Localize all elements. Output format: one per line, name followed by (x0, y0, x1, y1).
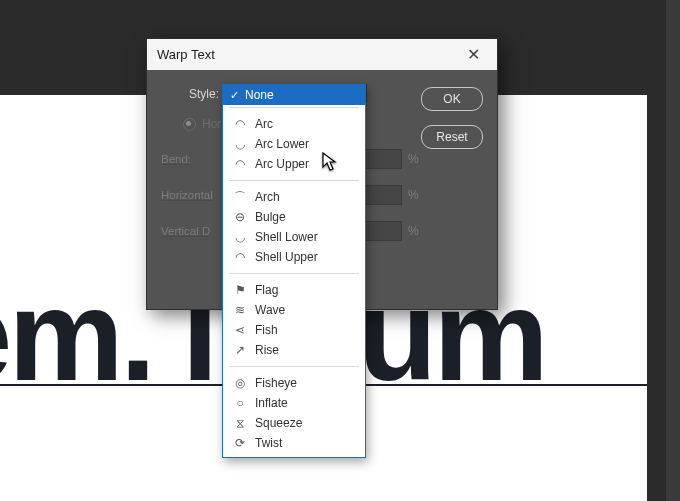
warp-icon: ⊖ (233, 210, 247, 224)
scrollbar-vertical[interactable] (666, 0, 680, 501)
dropdown-item-label: Flag (255, 283, 278, 297)
ok-label: OK (443, 92, 460, 106)
pct-label: % (408, 188, 419, 202)
dropdown-group: ⌒Arch ⊖Bulge ◡Shell Lower ◠Shell Upper (223, 183, 365, 271)
warp-icon: ◎ (233, 376, 247, 390)
dropdown-item-label: Inflate (255, 396, 288, 410)
reset-label: Reset (436, 130, 467, 144)
dropdown-group: ⚑Flag ≋Wave ⋖Fish ↗Rise (223, 276, 365, 364)
dropdown-item-shell-upper[interactable]: ◠Shell Upper (223, 247, 365, 267)
dropdown-separator (229, 366, 359, 367)
dropdown-item-arc[interactable]: ◠Arc (223, 114, 365, 134)
dropdown-item-arc-lower[interactable]: ◡Arc Lower (223, 134, 365, 154)
dropdown-item-wave[interactable]: ≋Wave (223, 300, 365, 320)
dropdown-item-shell-lower[interactable]: ◡Shell Lower (223, 227, 365, 247)
dropdown-item-label: Shell Lower (255, 230, 318, 244)
dropdown-item-flag[interactable]: ⚑Flag (223, 280, 365, 300)
dropdown-item-label: Bulge (255, 210, 286, 224)
dropdown-item-label: Fisheye (255, 376, 297, 390)
style-dropdown[interactable]: None ◠Arc ◡Arc Lower ◠Arc Upper ⌒Arch ⊖B… (222, 84, 366, 458)
dropdown-item-arc-upper[interactable]: ◠Arc Upper (223, 154, 365, 174)
warp-icon: ≋ (233, 303, 247, 317)
dropdown-item-rise[interactable]: ↗Rise (223, 340, 365, 360)
ok-button[interactable]: OK (421, 87, 483, 111)
pct-label: % (408, 224, 419, 238)
dropdown-item-squeeze[interactable]: ⧖Squeeze (223, 413, 365, 433)
warp-icon: ⌒ (233, 189, 247, 206)
dropdown-separator (229, 107, 359, 108)
warp-icon: ⋖ (233, 323, 247, 337)
dropdown-item-none[interactable]: None (223, 85, 365, 105)
reset-button[interactable]: Reset (421, 125, 483, 149)
warp-icon: ⚑ (233, 283, 247, 297)
warp-icon: ⟳ (233, 436, 247, 450)
dropdown-item-label: Twist (255, 436, 282, 450)
dropdown-item-label: Arc Upper (255, 157, 309, 171)
warp-icon: ◠ (233, 157, 247, 171)
dialog-title: Warp Text (157, 47, 215, 62)
dialog-titlebar[interactable]: Warp Text ✕ (147, 39, 497, 70)
dropdown-item-inflate[interactable]: ○Inflate (223, 393, 365, 413)
vdist-label: Vertical D (161, 225, 229, 237)
dropdown-item-label: Wave (255, 303, 285, 317)
dropdown-item-label: None (245, 88, 274, 102)
warp-icon: ⧖ (233, 416, 247, 430)
warp-icon: ◡ (233, 230, 247, 244)
dropdown-item-label: Arch (255, 190, 280, 204)
pct-label: % (408, 152, 419, 166)
dropdown-item-label: Fish (255, 323, 278, 337)
dropdown-item-bulge[interactable]: ⊖Bulge (223, 207, 365, 227)
dropdown-item-label: Arc (255, 117, 273, 131)
dropdown-item-label: Arc Lower (255, 137, 309, 151)
dropdown-item-twist[interactable]: ⟳Twist (223, 433, 365, 453)
dropdown-item-arch[interactable]: ⌒Arch (223, 187, 365, 207)
dropdown-item-label: Shell Upper (255, 250, 318, 264)
dropdown-group: ◎Fisheye ○Inflate ⧖Squeeze ⟳Twist (223, 369, 365, 457)
dropdown-item-fisheye[interactable]: ◎Fisheye (223, 373, 365, 393)
bend-label: Bend: (161, 153, 229, 165)
warp-icon: ↗ (233, 343, 247, 357)
canvas-text-left: em (0, 262, 120, 408)
dropdown-separator (229, 273, 359, 274)
dropdown-item-fish[interactable]: ⋖Fish (223, 320, 365, 340)
close-icon[interactable]: ✕ (459, 45, 487, 64)
radio-icon (183, 118, 196, 131)
warp-icon: ◠ (233, 117, 247, 131)
hdist-label: Horizontal (161, 189, 229, 201)
style-label: Style: (161, 87, 225, 101)
dropdown-item-label: Squeeze (255, 416, 302, 430)
dropdown-separator (229, 180, 359, 181)
warp-icon: ○ (233, 396, 247, 410)
dropdown-group: ◠Arc ◡Arc Lower ◠Arc Upper (223, 110, 365, 178)
warp-icon: ◡ (233, 137, 247, 151)
warp-icon: ◠ (233, 250, 247, 264)
dropdown-item-label: Rise (255, 343, 279, 357)
